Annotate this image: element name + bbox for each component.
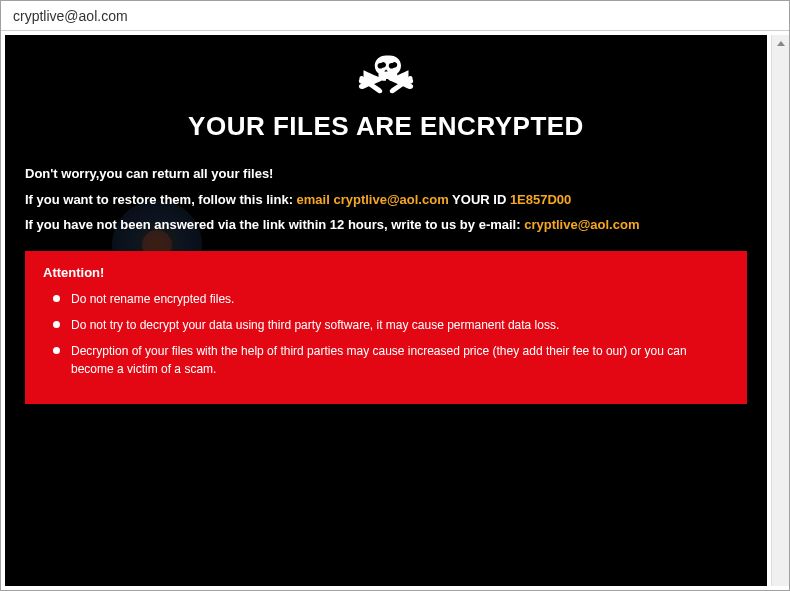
window-titlebar: cryptlive@aol.com [1,1,789,31]
window-title: cryptlive@aol.com [13,8,128,24]
scroll-up-icon[interactable] [772,35,790,53]
line3-prefix: If you have not been answered via the li… [25,217,524,232]
vertical-scrollbar[interactable] [771,35,789,586]
ransom-note-body: pcrisk.com YOUR FILES ARE ENCRYP [5,35,767,586]
contact-email-1: cryptlive@aol.com [333,192,448,207]
intro-line-2: If you want to restore them, follow this… [25,190,747,210]
list-item: Do not rename encrypted files. [43,290,729,308]
contact-email-2: cryptlive@aol.com [524,217,639,232]
intro-line-1: Don't worry,you can return all your file… [25,164,747,184]
attention-title: Attention! [43,265,729,280]
skull-crossbones-icon [356,53,416,101]
line2-email-label: email [297,192,334,207]
content-inner: YOUR FILES ARE ENCRYPTED Don't worry,you… [5,35,767,422]
list-item: Decryption of your files with the help o… [43,342,729,378]
content-wrapper: pcrisk.com YOUR FILES ARE ENCRYP [1,31,789,590]
svg-point-0 [378,63,384,69]
intro-line-3: If you have not been answered via the li… [25,215,747,235]
svg-point-1 [389,63,395,69]
main-heading: YOUR FILES ARE ENCRYPTED [25,111,747,142]
attention-box: Attention! Do not rename encrypted files… [25,251,747,404]
attention-list: Do not rename encrypted files. Do not tr… [43,290,729,378]
line2-prefix: If you want to restore them, follow this… [25,192,297,207]
line2-id-label: YOUR ID [449,192,510,207]
list-item: Do not try to decrypt your data using th… [43,316,729,334]
victim-id: 1E857D00 [510,192,571,207]
